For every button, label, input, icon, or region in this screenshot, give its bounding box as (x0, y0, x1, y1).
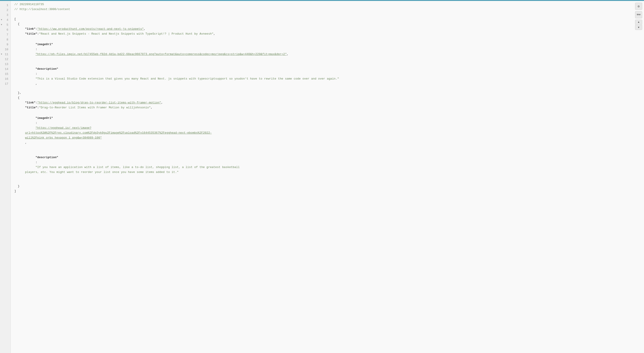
raw-button[interactable]: RAW (635, 11, 642, 18)
line-7-key: "title" (25, 32, 37, 35)
line-num-14: 14 (0, 67, 10, 71)
line-4: [ (11, 17, 644, 22)
line-7: "title" : "React and Next.js Snippets - … (11, 32, 644, 37)
chevron-down-button[interactable]: ▼ (635, 25, 642, 30)
line-9-key: "description" (36, 67, 58, 71)
line-10-text: }, (14, 91, 21, 94)
line-num-12: 12 (0, 57, 10, 62)
line-5: { (11, 22, 644, 27)
line-num-13: 13 (0, 62, 10, 67)
line-16: } (11, 185, 644, 189)
line-6-link[interactable]: "https://ww.producthunt.com/posts/react-… (37, 27, 144, 31)
line-14: "imageUrl" : "https://egghead.io/_next/i… (11, 111, 644, 150)
line-13-key: "title" (25, 106, 37, 109)
line-2-text: // http://localhost:3000/content (14, 7, 70, 11)
line-13: "title" : "Drag-to-Reorder List Items wi… (11, 106, 644, 111)
line-6-key: "link" (25, 27, 36, 31)
chevron-down-icon: ▼ (638, 26, 640, 29)
line-num-3: 3 (0, 12, 10, 17)
line-9-value: "This is a Visual Studio Code extension … (36, 77, 339, 80)
line-3 (11, 12, 644, 17)
line-8-key: "imageUrl" (36, 43, 53, 46)
line-7-value: "React and Next.js Snippets - React and … (39, 32, 213, 35)
collapse-5-icon[interactable]: ▼ (1, 24, 2, 26)
line-12-key: "link" (25, 101, 36, 104)
line-num-17: 17 (0, 81, 10, 86)
code-content: // 20220914110735 // http://localhost:30… (11, 1, 644, 353)
line-5-brace: { (14, 22, 20, 26)
chevron-up-icon: ▲ (638, 21, 640, 23)
line-num-8: 8 (0, 37, 10, 42)
line-num-1: 1 (0, 3, 10, 7)
line-12-link[interactable]: "https://egghead.io/blog/drag-to-reorder… (37, 101, 161, 104)
line-12: "link" : "https://egghead.io/blog/drag-t… (11, 101, 644, 106)
line-num-5: ▼ 5 (0, 22, 10, 27)
line-17: ] (11, 189, 644, 194)
collapse-11-icon[interactable]: ▼ (1, 53, 2, 55)
line-1: // 20220914110735 (11, 3, 644, 7)
line-10: }, (11, 91, 644, 96)
line-num-6: 6 (0, 27, 10, 32)
editor-container: 1 2 3 ▼ 4 ▼ 5 6 7 8 9 10 ▼ 11 12 13 14 1… (0, 1, 644, 353)
chevron-group: ▲ ▼ (635, 20, 642, 30)
line-num-16: 16 (0, 76, 10, 81)
line-num-11: ▼ 11 (0, 52, 10, 57)
line-4-bracket: [ (14, 17, 16, 21)
gear-button[interactable]: ⚙ (635, 3, 642, 10)
line-6: "link" : "https://ww.producthunt.com/pos… (11, 27, 644, 32)
line-numbers: 1 2 3 ▼ 4 ▼ 5 6 7 8 9 10 ▼ 11 12 13 14 1… (0, 1, 11, 353)
line-8: "imageUrl" : "https://ph-files.imgix.net… (11, 37, 644, 62)
collapse-4-icon[interactable]: ▼ (1, 19, 2, 21)
line-num-7: 7 (0, 32, 10, 37)
line-13-value: "Drag-to-Reorder List Items with Framer … (39, 106, 150, 109)
line-9: "description" : "This is a Visual Studio… (11, 62, 644, 91)
line-num-9: 9 (0, 42, 10, 47)
toolbar-right: ⚙ RAW ▲ ▼ (635, 3, 642, 30)
line-2: // http://localhost:3000/content (11, 7, 644, 12)
line-11: { (11, 96, 644, 101)
line-15-value: "If you have an application with a list … (25, 166, 644, 175)
line-15: "description" : "If you have an applicat… (11, 150, 644, 185)
chevron-up-button[interactable]: ▲ (635, 20, 642, 24)
line-8-link[interactable]: "https://ph-files.imgix.net/b17455eb-f82… (36, 52, 287, 56)
line-num-15: 15 (0, 71, 10, 76)
line-14-key: "imageUrl" (36, 116, 53, 120)
line-14-link[interactable]: "https://egghead.io/_next/image?url=http… (25, 126, 644, 140)
line-15-key: "description" (36, 156, 58, 159)
line-16-text: } (14, 185, 20, 188)
raw-label: RAW (637, 14, 640, 16)
line-17-text: ] (14, 189, 16, 193)
line-11-brace: { (14, 96, 20, 99)
line-num-4: ▼ 4 (0, 17, 10, 22)
gear-icon: ⚙ (638, 4, 640, 8)
line-num-2: 2 (0, 7, 10, 12)
line-1-text: // 20220914110735 (14, 3, 44, 6)
line-num-10: 10 (0, 47, 10, 52)
